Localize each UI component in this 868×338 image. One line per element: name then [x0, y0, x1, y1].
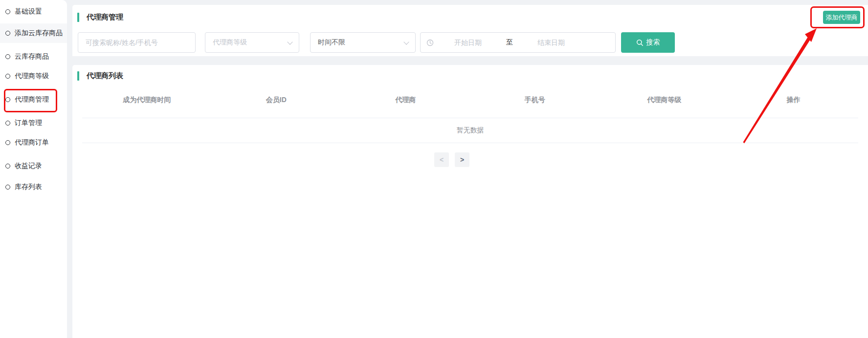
- sidebar-item-label: 添加云库存商品: [15, 29, 63, 38]
- radio-circle-icon: [5, 54, 10, 59]
- chevron-down-icon: [287, 39, 292, 44]
- sidebar-item-label: 代理商管理: [15, 95, 49, 104]
- agent-list-card: 代理商列表 成为代理商时间 会员ID 代理商 手机号 代理商等级 操作 暂无数据…: [72, 65, 868, 338]
- radio-circle-icon: [5, 97, 10, 102]
- agent-level-select[interactable]: 代理商等级: [205, 32, 299, 53]
- sidebar-item-label: 云库存商品: [15, 52, 49, 61]
- column-header-member-id: 会员ID: [212, 96, 341, 105]
- title-accent-bar: [77, 13, 79, 22]
- sidebar-item-label: 基础设置: [15, 7, 42, 16]
- end-date-input[interactable]: [522, 39, 580, 46]
- column-header-become-agent-time: 成为代理商时间: [82, 96, 212, 105]
- title-accent-bar: [77, 71, 79, 81]
- sidebar-item-agent-levels[interactable]: 代理商等级: [0, 66, 67, 86]
- add-agent-button[interactable]: 添加代理商: [823, 11, 860, 24]
- keyword-search-field: [78, 32, 196, 53]
- sidebar-item-income-records[interactable]: 收益记录: [0, 156, 67, 176]
- radio-circle-icon: [5, 74, 10, 79]
- add-agent-button-label: 添加代理商: [826, 13, 858, 22]
- pagination-prev-button[interactable]: <: [434, 152, 449, 167]
- table-empty-state: 暂无数据: [82, 118, 858, 143]
- column-header-phone: 手机号: [470, 96, 600, 105]
- sidebar-item-label: 库存列表: [15, 183, 42, 191]
- column-header-agent-level: 代理商等级: [600, 96, 729, 105]
- radio-circle-icon: [5, 31, 10, 36]
- chevron-right-icon: >: [460, 156, 464, 164]
- time-range-select[interactable]: 时间不限: [310, 32, 416, 53]
- radio-circle-icon: [5, 164, 10, 169]
- sidebar-item-basic-settings[interactable]: 基础设置: [0, 2, 67, 21]
- pagination-next-button[interactable]: >: [455, 152, 469, 167]
- sidebar-item-label: 订单管理: [15, 119, 42, 127]
- sidebar-item-label: 代理商等级: [15, 72, 49, 81]
- date-range-picker: 至: [420, 32, 616, 53]
- start-date-input[interactable]: [439, 39, 497, 46]
- search-button-label: 搜索: [646, 38, 660, 47]
- empty-state-text: 暂无数据: [457, 126, 484, 135]
- sidebar-item-label: 收益记录: [15, 162, 42, 170]
- date-range-separator: 至: [499, 38, 520, 47]
- column-header-actions: 操作: [729, 96, 859, 105]
- card-title: 代理商管理: [77, 13, 123, 22]
- agent-level-select-placeholder: 代理商等级: [213, 38, 247, 47]
- sidebar-item-agent-management[interactable]: 代理商管理: [0, 90, 67, 109]
- keyword-search-input[interactable]: [78, 33, 195, 52]
- chevron-down-icon: [403, 39, 409, 44]
- list-title: 代理商列表: [87, 71, 123, 81]
- page-title: 代理商管理: [87, 13, 123, 22]
- sidebar-item-stock-list[interactable]: 库存列表: [0, 177, 67, 197]
- agent-management-filter-card: 代理商管理 添加代理商 代理商等级 时间不限 至: [72, 5, 868, 56]
- radio-circle-icon: [5, 185, 10, 190]
- sidebar-item-cloud-stock-products[interactable]: 云库存商品: [0, 47, 67, 66]
- sidebar-item-order-management[interactable]: 订单管理: [0, 113, 67, 133]
- column-header-agent: 代理商: [341, 96, 470, 105]
- radio-circle-icon: [5, 9, 10, 14]
- chevron-left-icon: <: [440, 156, 444, 164]
- pagination: < >: [434, 152, 469, 167]
- table-header-row: 成为代理商时间 会员ID 代理商 手机号 代理商等级 操作: [82, 85, 858, 115]
- search-button[interactable]: 搜索: [621, 32, 675, 53]
- search-icon: [636, 39, 644, 46]
- sidebar-item-label: 代理商订单: [15, 138, 49, 147]
- radio-circle-icon: [5, 140, 10, 145]
- clock-icon: [426, 39, 434, 46]
- sidebar-item-add-cloud-stock-product[interactable]: 添加云库存商品: [0, 23, 67, 43]
- sidebar: 基础设置 添加云库存商品 云库存商品 代理商等级 代理商管理 订单管理 代理商订…: [0, 0, 67, 338]
- filter-row: 代理商等级 时间不限 至 搜索: [72, 32, 868, 53]
- sidebar-item-agent-orders[interactable]: 代理商订单: [0, 133, 67, 152]
- time-range-select-value: 时间不限: [318, 38, 345, 47]
- table-divider: [82, 143, 858, 143]
- card-title: 代理商列表: [77, 71, 123, 81]
- radio-circle-icon: [5, 121, 10, 126]
